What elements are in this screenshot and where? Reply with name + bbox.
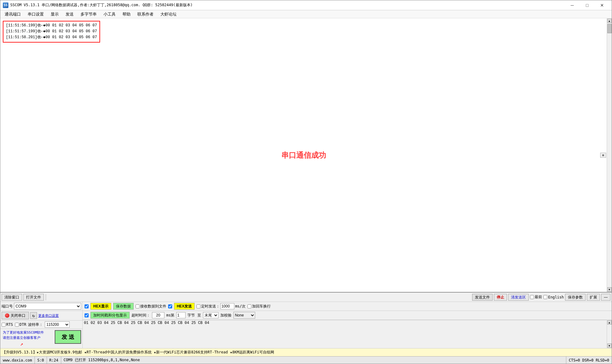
hex-display-checkbox[interactable] — [85, 304, 89, 308]
promo-section: 为了更好地发展SSCOM软件 请您注册嘉立创极客客户 — [2, 330, 45, 340]
add-crlf-checkbox[interactable] — [247, 304, 251, 308]
refresh-button[interactable]: ↻ — [30, 312, 37, 319]
stop-button[interactable]: 停止 — [494, 294, 507, 301]
title-bar-text: SSCOM V5.13.1 串口/网络数据调试器,作者:大虾丁丁,2618058… — [10, 2, 193, 8]
toolbar-row1: 清除窗口 打开文件 发送文件 停止 清发送区 最前 English 保存参数 扩… — [0, 293, 612, 302]
add-crlf-check: 加回车换行 — [247, 304, 271, 309]
timed-send-unit: ms/次 — [235, 304, 246, 309]
hex-data-text: 01 02 03 04 25 CB 04 25 CB 04 25 CB 04 2… — [84, 321, 209, 325]
menu-send[interactable]: 发送 — [62, 11, 77, 18]
status-r: R:24 — [47, 357, 61, 364]
scroll-down-arrow[interactable]: ▼ — [607, 287, 612, 292]
menu-display[interactable]: 显示 — [48, 11, 62, 18]
menu-comm-port[interactable]: 通讯端口 — [2, 11, 24, 18]
timed-send-input[interactable]: 1000 — [220, 303, 234, 309]
port-select[interactable]: COM9 — [14, 303, 81, 310]
menu-port-settings[interactable]: 串口设置 — [25, 11, 47, 18]
menu-forum[interactable]: 大虾论坛 — [157, 11, 180, 18]
status-port: COM9 已打开 115200bps,8,1,None,None — [61, 357, 566, 364]
receive-line-3: [11:51:58.201]收←◆00 01 02 03 04 05 06 07 — [6, 34, 97, 40]
timestamp-checkbox[interactable] — [85, 313, 89, 317]
timestamp-button[interactable]: 加时间戳和分包显示 — [90, 312, 130, 319]
hex-display-button[interactable]: HEX显示 — [90, 303, 111, 310]
receive-line-1: [11:51:56.199]收←◆00 01 02 03 04 05 06 07 — [6, 23, 97, 29]
hex-data-area: 01 02 03 04 25 CB 04 25 CB 04 25 CB 04 2… — [83, 320, 612, 348]
info-bar: 【升级到V5.13.1】★大资源MCU开发板9.9包邮 ★RT-Thread中国… — [0, 348, 612, 356]
send-promo-section: 为了更好地发展SSCOM软件 请您注册嘉立创极客客户 ↗ 发 送 — [0, 329, 82, 348]
status-s: S:0 — [35, 357, 47, 364]
timed-send-checkbox[interactable] — [196, 304, 200, 308]
output-display[interactable]: [11:51:56.199]收←◆00 01 02 03 04 05 06 07… — [0, 18, 607, 292]
hex-area-scrollbar[interactable]: ▲ ▼ — [607, 320, 612, 348]
rts-check: RTS — [2, 322, 13, 327]
receive-box: [11:51:56.199]收←◆00 01 02 03 04 05 06 07… — [3, 21, 100, 43]
timeout-unit: ms第 — [166, 313, 174, 318]
scroll-up-arrow[interactable]: ▲ — [607, 19, 612, 23]
checksum-label: 加校验 — [220, 313, 232, 318]
save-data-button[interactable]: 保存数据 — [113, 303, 134, 310]
add-crlf-label: 加回车换行 — [252, 304, 271, 309]
bottom-controls: 清除窗口 打开文件 发送文件 停止 清发送区 最前 English 保存参数 扩… — [0, 292, 612, 348]
send-main-button[interactable]: 发 送 — [55, 330, 81, 344]
byte-number-input[interactable]: 1 — [176, 312, 186, 318]
dtr-check: DTR — [15, 322, 26, 327]
menu-contact-author[interactable]: 联系作者 — [134, 11, 157, 18]
dtr-label: DTR — [20, 322, 26, 327]
collapse-button[interactable]: — — [601, 294, 610, 301]
port-status-icon — [5, 313, 9, 318]
minimize-button[interactable]: ─ — [565, 1, 579, 10]
most-recent-checkbox[interactable] — [530, 295, 534, 299]
save-params-button[interactable]: 保存参数 — [565, 294, 586, 301]
hex-data-display: 01 02 03 04 25 CB 04 25 CB 04 25 CB 04 2… — [83, 320, 612, 326]
status-bar: www.daxia.com S:0 R:24 COM9 已打开 115200bp… — [0, 356, 612, 364]
receive-to-file-check: 接收数据到文件 — [136, 304, 166, 309]
receive-line-2: [11:51:57.199]收←◆00 01 02 03 04 05 06 07 — [6, 29, 97, 34]
maximize-button[interactable]: □ — [580, 1, 594, 10]
right-side-tab[interactable]: ≡ — [600, 152, 606, 158]
most-recent-check: 最前 — [530, 294, 542, 300]
baud-select[interactable]: 115200 9600 38400 57600 — [45, 321, 70, 328]
menu-multi-string[interactable]: 多字节串 — [77, 11, 100, 18]
rts-checkbox[interactable] — [2, 323, 6, 327]
bottom-right-col: HEX显示 保存数据 接收数据到文件 HEX发送 定时发送： 1000 ms — [83, 302, 612, 348]
content-wrapper: [11:51:56.199]收←◆00 01 02 03 04 05 06 07… — [0, 18, 612, 364]
port-connect-row: 关闭串口 ↻ 更多串口设置 — [0, 311, 82, 321]
menu-help[interactable]: 帮助 — [119, 11, 134, 18]
hex-scroll-up[interactable]: ▲ — [607, 320, 612, 325]
english-checkbox[interactable] — [543, 295, 547, 299]
expand-button[interactable]: 扩展 — [587, 294, 600, 301]
more-settings-link[interactable]: 更多串口设置 — [38, 313, 59, 318]
close-button[interactable]: ✕ — [595, 1, 609, 10]
hex-send-button[interactable]: HEX发送 — [174, 303, 195, 310]
app-icon: SS — [3, 2, 8, 8]
open-file-button[interactable]: 打开文件 — [23, 294, 44, 301]
clear-send-button[interactable]: 清发送区 — [508, 294, 529, 301]
hex-send-checkbox[interactable] — [168, 304, 172, 308]
clear-window-button[interactable]: 清除窗口 — [2, 294, 22, 301]
main-display-area: [11:51:56.199]收←◆00 01 02 03 04 05 06 07… — [0, 18, 612, 292]
title-bar-left: SS SSCOM V5.13.1 串口/网络数据调试器,作者:大虾丁丁,2618… — [3, 2, 193, 8]
menu-tools[interactable]: 小工具 — [100, 11, 119, 18]
scroll-thumb[interactable] — [607, 24, 612, 33]
end-select[interactable]: 末尾 — [203, 312, 219, 318]
bottom-left-col: 端口号 COM9 关闭串口 ↻ 更多串口设置 — [0, 302, 83, 348]
port-number-row: 端口号 COM9 — [0, 302, 82, 311]
info-bar-text: 【升级到V5.13.1】★大资源MCU开发板9.9包邮 ★RT-Thread中国… — [2, 350, 274, 355]
send-file-button[interactable]: 发送文件 — [472, 294, 493, 301]
sep1 — [46, 294, 46, 300]
app-window: SS SSCOM V5.13.1 串口/网络数据调试器,作者:大虾丁丁,2618… — [0, 0, 612, 364]
close-port-button[interactable]: 关闭串口 — [2, 312, 29, 319]
baud-label: 波特率： — [28, 322, 43, 327]
dtr-checkbox[interactable] — [15, 323, 19, 327]
timeout-label: 超时时间： — [131, 313, 150, 318]
close-port-label: 关闭串口 — [11, 313, 25, 318]
checksum-select[interactable]: None Sum8 CRC16 — [233, 312, 255, 319]
receive-to-file-checkbox[interactable] — [136, 304, 140, 308]
title-bar: SS SSCOM V5.13.1 串口/网络数据调试器,作者:大虾丁丁,2618… — [0, 0, 612, 10]
hex-scroll-down[interactable]: ▼ — [607, 344, 612, 348]
output-scrollbar[interactable]: ▲ ▼ — [607, 18, 612, 292]
timeout-input[interactable]: 20 — [152, 312, 164, 318]
rts-dtr-baud-row: RTS DTR 波特率： 115200 9600 38400 57600 — [0, 321, 82, 329]
status-cts: CTS=0 DSR=0 RLSD=0 — [566, 357, 612, 364]
hex-display-row: HEX显示 保存数据 接收数据到文件 HEX发送 定时发送： 1000 ms — [83, 302, 612, 311]
